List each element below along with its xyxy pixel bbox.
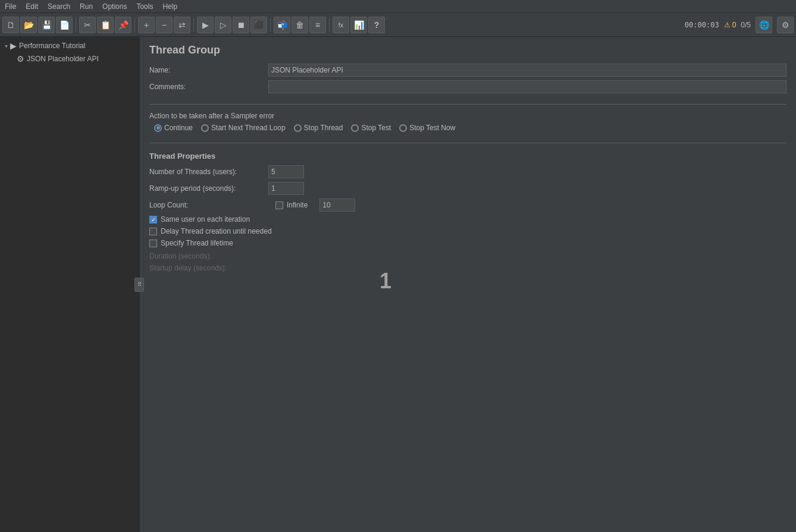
paste-button[interactable]: 📌 <box>115 17 131 33</box>
json-placeholder-icon: ⚙ <box>17 54 24 64</box>
comments-label: Comments: <box>149 83 268 91</box>
ratio-display: 0/5 <box>741 21 751 29</box>
specify-lifetime-checkbox-item[interactable]: Specify Thread lifetime <box>149 239 786 247</box>
menu-file[interactable]: File <box>2 1 18 12</box>
sidebar-collapse-button[interactable]: ⠿ <box>134 278 144 292</box>
name-input[interactable] <box>268 64 786 77</box>
menu-edit[interactable]: Edit <box>23 1 40 12</box>
startup-delay-row: Startup delay (seconds): <box>149 264 786 272</box>
num-threads-label: Number of Threads (users): <box>149 168 268 176</box>
divider-1 <box>149 104 786 105</box>
menu-options[interactable]: Options <box>100 1 129 12</box>
radio-start-next-label: Start Next Thread Loop <box>211 124 286 132</box>
num-threads-input[interactable] <box>268 165 304 178</box>
tree-arrow-expand: ▾ <box>5 43 8 49</box>
radio-stop-test-circle <box>351 124 359 132</box>
content-area: Thread Group Name: Comments: Action to b… <box>140 37 796 532</box>
loop-count-input[interactable] <box>319 199 355 212</box>
same-user-checkbox-item[interactable]: Same user on each iteration <box>149 215 786 223</box>
menu-run[interactable]: Run <box>77 1 95 12</box>
num-threads-row: Number of Threads (users): <box>149 165 786 178</box>
radio-stop-test-now[interactable]: Stop Test Now <box>399 124 455 132</box>
toggle-button[interactable]: ⇄ <box>174 17 190 33</box>
action-section: Action to be taken after a Sampler error… <box>140 109 796 138</box>
action-label-row: Action to be taken after a Sampler error <box>149 112 786 120</box>
sidebar-item-json-placeholder[interactable]: ⚙ JSON Placeholder API <box>0 52 139 65</box>
infinite-checkbox <box>275 202 283 209</box>
menu-help[interactable]: Help <box>160 1 180 12</box>
radio-stop-test-now-label: Stop Test Now <box>409 124 455 132</box>
open-button[interactable]: 📂 <box>20 17 37 33</box>
expand-button[interactable]: + <box>138 17 155 33</box>
remote-button[interactable]: 🌐 <box>756 17 772 33</box>
toolbar-sep-1 <box>76 18 76 32</box>
clear-button[interactable]: 🗑 <box>292 17 308 33</box>
loop-count-label: Loop Count: <box>149 201 268 209</box>
main-layout: ▾ ▶ Performance Tutorial ⚙ JSON Placehol… <box>0 37 796 532</box>
saveas-button[interactable]: 📄 <box>56 17 73 33</box>
collapse-button[interactable]: − <box>156 17 173 33</box>
delay-thread-label: Delay Thread creation until needed <box>161 227 272 235</box>
divider-2 <box>149 143 786 143</box>
comments-row: Comments: <box>149 80 786 93</box>
save-button[interactable]: 💾 <box>38 17 55 33</box>
config-button[interactable]: ⚙ <box>777 17 794 33</box>
radio-continue[interactable]: Continue <box>154 124 193 132</box>
same-user-label: Same user on each iteration <box>161 215 250 223</box>
sidebar-item-label-json: JSON Placeholder API <box>27 55 99 63</box>
rampup-input[interactable] <box>268 182 304 195</box>
run-button[interactable]: ▶ <box>197 17 214 33</box>
report-button[interactable]: 📊 <box>350 17 367 33</box>
radio-continue-label: Continue <box>164 124 193 132</box>
duration-row: Duration (seconds): <box>149 252 786 260</box>
delay-thread-checkbox <box>149 228 157 235</box>
loop-count-row: Loop Count: Infinite <box>149 199 786 212</box>
delay-thread-checkbox-item[interactable]: Delay Thread creation until needed <box>149 227 786 235</box>
radio-start-next[interactable]: Start Next Thread Loop <box>201 124 286 132</box>
sidebar-item-performance-tutorial[interactable]: ▾ ▶ Performance Tutorial <box>0 39 139 52</box>
startup-delay-label: Startup delay (seconds): <box>149 264 268 272</box>
toolbar-sep-5 <box>329 18 330 32</box>
warning-badge: ⚠ 0 <box>724 21 737 29</box>
action-label: Action to be taken after a Sampler error <box>149 112 274 120</box>
radio-stop-test-label: Stop Test <box>361 124 391 132</box>
toolbar-sep-4 <box>270 18 271 32</box>
performance-tutorial-icon: ▶ <box>10 41 17 51</box>
function-button[interactable]: fx <box>333 17 349 33</box>
new-button[interactable]: 🗋 <box>2 17 19 33</box>
radio-stop-thread-label: Stop Thread <box>304 124 343 132</box>
copy-button[interactable]: 📋 <box>97 17 114 33</box>
toolbar-sep-2 <box>134 18 135 32</box>
thread-section: Number of Threads (users): Ramp-up perio… <box>140 163 796 278</box>
radio-continue-circle <box>154 124 162 132</box>
specify-lifetime-label: Specify Thread lifetime <box>161 239 233 247</box>
warning-icon: ⚠ <box>724 21 731 29</box>
menu-tools[interactable]: Tools <box>134 1 155 12</box>
thread-properties-header: Thread Properties <box>140 148 796 163</box>
timer-display: 00:00:03 <box>685 21 719 29</box>
name-section: Name: Comments: <box>140 61 796 99</box>
shutdown-button[interactable]: ⬛ <box>250 17 267 33</box>
comments-input[interactable] <box>268 80 786 93</box>
specify-lifetime-checkbox <box>149 240 157 247</box>
radio-stop-test[interactable]: Stop Test <box>351 124 391 132</box>
name-row: Name: <box>149 64 786 77</box>
help-button[interactable]: ? <box>368 17 385 33</box>
menubar: File Edit Search Run Options Tools Help <box>0 0 796 13</box>
infinite-checkbox-item[interactable]: Infinite <box>275 201 308 209</box>
radio-stop-thread[interactable]: Stop Thread <box>294 124 343 132</box>
duration-label: Duration (seconds): <box>149 252 268 260</box>
radio-group-row: Continue Start Next Thread Loop Stop Thr… <box>149 124 786 132</box>
stop-button[interactable]: ⏹ <box>233 17 249 33</box>
panel-title: Thread Group <box>140 37 796 61</box>
toolbar: 🗋 📂 💾 📄 ✂ 📋 📌 + − ⇄ ▶ ▷ ⏹ ⬛ 📬 🗑 ≡ fx 📊 ?… <box>0 13 796 37</box>
rampup-row: Ramp-up period (seconds): <box>149 182 786 195</box>
warning-count: 0 <box>732 21 737 29</box>
menu-search[interactable]: Search <box>45 1 73 12</box>
send-button[interactable]: 📬 <box>274 17 290 33</box>
same-user-checkbox <box>149 216 157 223</box>
cut-button[interactable]: ✂ <box>79 17 96 33</box>
run-nopause-button[interactable]: ▷ <box>215 17 231 33</box>
table-button[interactable]: ≡ <box>309 17 326 33</box>
sidebar: ▾ ▶ Performance Tutorial ⚙ JSON Placehol… <box>0 37 140 532</box>
